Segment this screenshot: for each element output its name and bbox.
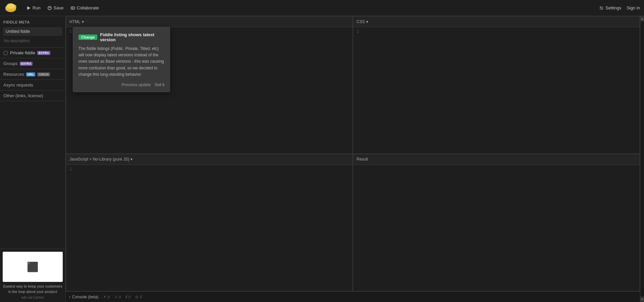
scrollbar-right: ▲ ▼ xyxy=(640,16,644,302)
sidebar: Fiddle meta No description Private fiddl… xyxy=(0,16,66,302)
private-fiddle-row[interactable]: Private fiddle EXTRA xyxy=(0,48,65,58)
ad-text: Easiest way to keep your customers in th… xyxy=(3,284,63,294)
other-section[interactable]: Other (links, license) xyxy=(0,90,65,101)
console-infos: ℹ 0 xyxy=(126,295,130,299)
html-pane-label: HTML xyxy=(69,19,80,24)
result-pane: Result xyxy=(353,154,640,292)
run-button[interactable]: Run xyxy=(23,3,44,12)
async-label: Async requests xyxy=(3,82,33,87)
js-line-1: 1 xyxy=(69,167,72,172)
collaborate-icon xyxy=(70,6,75,10)
private-circle-icon xyxy=(3,51,8,55)
groups-label: Groups xyxy=(3,61,18,66)
editor-area: HTML ▾ 1 Change Fiddle listing shows lat… xyxy=(66,16,640,302)
css-pane-label: CSS xyxy=(357,19,365,24)
css-line-1: 1 xyxy=(357,29,359,34)
svg-rect-6 xyxy=(71,7,74,9)
save-label: Save xyxy=(54,5,64,10)
main-layout: Fiddle meta No description Private fiddl… xyxy=(0,16,644,302)
js-pane-title-btn[interactable]: JavaScript + No-Library (pure JS) ▾ xyxy=(69,157,132,162)
settings-icon xyxy=(599,6,604,10)
css-pane-title-btn[interactable]: CSS ▾ xyxy=(357,19,368,24)
signin-label: Sign in xyxy=(627,5,640,10)
logo-icon xyxy=(4,1,17,15)
result-pane-content xyxy=(353,165,640,291)
console-toggle[interactable]: › Console (beta) xyxy=(69,295,99,299)
ad-logo-icon: ⬛ xyxy=(27,261,39,273)
error-count: 0 xyxy=(108,295,110,299)
console-logs: ◎ 0 xyxy=(135,295,142,299)
fiddle-meta-section: Fiddle meta No description xyxy=(0,16,65,48)
resources-cdnjs-badge: cdnjs xyxy=(37,72,50,76)
settings-button[interactable]: Settings xyxy=(599,5,621,10)
scrollbar-down-arrow[interactable]: ▼ xyxy=(640,297,644,302)
run-icon xyxy=(26,6,31,10)
svg-marker-4 xyxy=(28,6,31,10)
groups-section[interactable]: Groups EXTRA xyxy=(0,58,65,69)
console-label: Console (beta) xyxy=(72,295,99,299)
fiddle-meta-title: Fiddle meta xyxy=(3,20,62,24)
console-warnings: ⚠ 0 xyxy=(114,295,121,299)
js-pane: JavaScript + No-Library (pure JS) ▾ 1 xyxy=(66,154,353,292)
svg-point-3 xyxy=(7,3,15,9)
resources-label: Resources xyxy=(3,72,24,77)
error-icon: ✕ xyxy=(103,295,106,299)
popup-header: Change Fiddle listing shows latest versi… xyxy=(78,32,164,42)
popup-change-badge: Change xyxy=(78,35,97,40)
update-popup: Change Fiddle listing shows latest versi… xyxy=(73,27,170,92)
popup-body: The fiddle listings (Public, Private, Ti… xyxy=(78,46,164,78)
scrollbar-up-arrow[interactable]: ▲ xyxy=(640,16,644,21)
css-pane-content[interactable]: 1 xyxy=(353,27,640,154)
save-button[interactable]: Save xyxy=(44,3,67,12)
ad-image[interactable]: ⬛ xyxy=(3,252,63,282)
info-icon: ℹ xyxy=(126,295,127,299)
resources-section[interactable]: Resources URL cdnjs xyxy=(0,69,65,80)
html-pane-header: HTML ▾ xyxy=(66,16,353,27)
fiddle-description: No description xyxy=(3,37,62,45)
fiddle-title-input[interactable] xyxy=(3,27,62,36)
async-requests-section[interactable]: Async requests xyxy=(0,80,65,90)
svg-point-5 xyxy=(48,6,52,10)
warning-count: 0 xyxy=(119,295,121,299)
popup-overlay: Change Fiddle listing shows latest versi… xyxy=(73,27,170,92)
html-pane: HTML ▾ 1 Change Fiddle listing shows lat… xyxy=(66,16,353,154)
collaborate-label: Collaborate xyxy=(77,5,99,10)
run-label: Run xyxy=(33,5,41,10)
result-pane-header: Result xyxy=(353,154,640,165)
warning-icon: ⚠ xyxy=(114,295,118,299)
html-pane-title-btn[interactable]: HTML ▾ xyxy=(69,19,84,24)
js-dropdown-icon: ▾ xyxy=(130,157,132,162)
collaborate-button[interactable]: Collaborate xyxy=(67,3,103,12)
navbar: Run Save Collaborate Settings Sign in xyxy=(0,0,644,16)
log-icon: ◎ xyxy=(135,295,139,299)
settings-label: Settings xyxy=(605,5,621,10)
other-label: Other (links, license) xyxy=(3,93,43,98)
editor-grid: HTML ▾ 1 Change Fiddle listing shows lat… xyxy=(66,16,640,291)
gotit-button[interactable]: Got it xyxy=(155,82,164,87)
navbar-right: Settings Sign in xyxy=(599,5,640,10)
private-fiddle-label: Private fiddle xyxy=(10,50,35,55)
private-extra-badge: EXTRA xyxy=(37,51,50,55)
save-icon xyxy=(47,6,52,10)
sidebar-ad: ⬛ Easiest way to keep your customers in … xyxy=(0,249,65,302)
css-pane: CSS ▾ 1 xyxy=(353,16,640,154)
signin-button[interactable]: Sign in xyxy=(627,5,640,10)
popup-title: Fiddle listing shows latest version xyxy=(100,32,164,42)
result-pane-label: Result xyxy=(357,157,368,162)
css-dropdown-icon: ▾ xyxy=(366,19,368,24)
console-errors: ✕ 0 xyxy=(103,295,110,299)
groups-extra-badge: EXTRA xyxy=(20,62,33,66)
log-count: 0 xyxy=(140,295,142,299)
result-pane-title: Result xyxy=(357,157,368,162)
console-chevron-icon: › xyxy=(69,295,70,299)
html-dropdown-icon: ▾ xyxy=(82,19,84,24)
css-pane-header: CSS ▾ xyxy=(353,16,640,27)
info-count: 0 xyxy=(128,295,130,299)
resources-url-badge: URL xyxy=(26,72,35,76)
html-line-1: 1 xyxy=(69,29,72,34)
js-pane-content[interactable]: 1 xyxy=(66,165,353,291)
js-pane-label: JavaScript + No-Library (pure JS) xyxy=(69,157,129,162)
previous-update-button[interactable]: Previous update xyxy=(122,82,151,87)
ad-via: ads via Carbon xyxy=(3,296,63,299)
js-pane-header: JavaScript + No-Library (pure JS) ▾ xyxy=(66,154,353,165)
